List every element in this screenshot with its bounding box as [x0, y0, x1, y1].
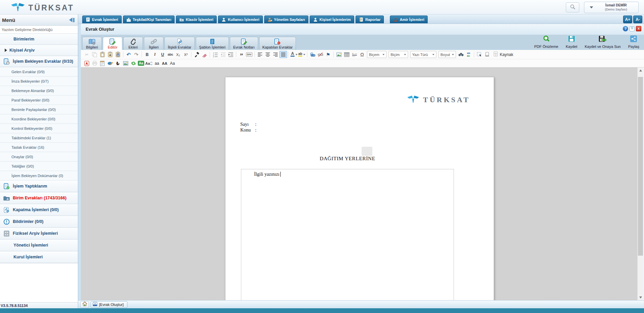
insert-table-icon[interactable]	[343, 51, 350, 58]
justify-icon[interactable]	[279, 51, 287, 58]
document-page[interactable]: TÜRKSAT Sayı : Konu : DAĞITIM YERLERİNE …	[225, 77, 494, 300]
undo-icon[interactable]: ↶	[125, 51, 132, 58]
styles-dropdown[interactable]: Biçem	[367, 51, 387, 58]
tab-evrak-notlari[interactable]: Evrak Notları	[230, 37, 258, 50]
horizontal-line-icon[interactable]: A	[350, 51, 358, 58]
highlight-color-icon[interactable]: ab	[298, 51, 306, 58]
replace-icon[interactable]: abac	[465, 51, 472, 58]
case-box-icon[interactable]: Aa	[137, 60, 145, 67]
anchor-flag-icon[interactable]: ⚑	[324, 51, 332, 58]
pdf-export-icon[interactable]	[83, 60, 91, 67]
minimize-icon[interactable]	[630, 26, 635, 31]
tab-iliskili-evraklar[interactable]: İlişkili Evraklar	[164, 37, 195, 50]
tab-editor[interactable]: Editör	[103, 37, 122, 50]
document-body-frame[interactable]: İlgili yazınızı	[241, 169, 454, 300]
font-increase-button[interactable]: A+	[623, 16, 632, 23]
help-icon[interactable]: ?	[623, 26, 628, 31]
select-all-icon[interactable]	[476, 51, 483, 58]
sidebar-item-birimlerim[interactable]: Birimlerim	[0, 34, 78, 45]
sidebar-item-birim-evraklari[interactable]: Birim Evrakları (1743/3166)	[0, 192, 78, 204]
sidebar-item-kisisel-arsiv[interactable]: Kişisel Arşiv	[0, 45, 78, 56]
capitalize-icon[interactable]: Aa	[168, 60, 176, 67]
save-and-submit-button[interactable]: Kaydet ve Onaya Sun	[585, 35, 621, 49]
taskbar-item-evrak-olustur[interactable]: [Evrak Oluştur]	[91, 301, 127, 308]
sidebar-item-koordine-bekleyenler[interactable]: Koordine Bekleyenler (0/0)	[0, 114, 78, 124]
save-button[interactable]: Kaydet	[566, 35, 577, 49]
source-button[interactable]: <=></> Kaynak	[493, 51, 513, 58]
sidebar-item-beklemeye-alinanlar[interactable]: Beklemeye Alınanlar (0/0)	[0, 86, 78, 95]
sidebar-item-onaylar[interactable]: Onaylar (0/0)	[0, 152, 78, 162]
home-button[interactable]	[80, 301, 89, 308]
image-tool-icon[interactable]	[122, 60, 129, 67]
find-icon[interactable]	[457, 51, 465, 58]
print-icon[interactable]	[91, 60, 98, 67]
sidebar-item-kurul-islemleri[interactable]: Kurul İşlemleri	[0, 251, 78, 263]
underline-icon[interactable]: U	[159, 51, 166, 58]
redo-icon[interactable]: ↷	[132, 51, 140, 58]
decrease-indent-icon[interactable]	[219, 51, 227, 58]
paste-icon[interactable]	[98, 51, 106, 58]
sidebar-item-islem-bekleyen-dokumanlar[interactable]: İşlem Bekleyen Dokümanlar (0)	[0, 171, 78, 180]
sidebar-item-kontrol-bekleyenler[interactable]: Kontrol Bekleyenler (0/0)	[0, 124, 78, 133]
font-size-dropdown[interactable]: Boyut	[438, 51, 456, 58]
toggle-case-icon[interactable]: Aa	[145, 60, 153, 67]
insert-link-icon[interactable]	[309, 51, 316, 58]
insert-image-icon[interactable]	[335, 51, 343, 58]
sidebar-item-fiziksel-arsiv-islemleri[interactable]: Fiziksel Arşiv İşlemleri	[0, 228, 78, 239]
topnav-tab-klasor-islemleri[interactable]: Klasör İşlemleri	[176, 16, 217, 23]
close-icon[interactable]: X	[636, 26, 641, 31]
superscript-icon[interactable]: X²	[182, 51, 190, 58]
search-button[interactable]	[566, 2, 579, 12]
scroll-up-button[interactable]	[638, 67, 643, 73]
user-menu[interactable]: İsmail DEMİR (Demo Sayfası)	[584, 2, 639, 13]
sidebar-item-gelen-evraklar[interactable]: Gelen Evraklar (0/9)	[0, 67, 78, 77]
div-container-icon[interactable]: DIV	[245, 51, 253, 58]
strikethrough-icon[interactable]: abc	[166, 51, 174, 58]
align-center-icon[interactable]	[264, 51, 272, 58]
scroll-down-button[interactable]	[638, 294, 643, 300]
paste-plain-text-icon[interactable]: A	[106, 51, 114, 58]
uppercase-icon[interactable]: AA	[161, 60, 168, 67]
tab-ekleri[interactable]: Ekleri	[123, 37, 143, 50]
vertical-scrollbar[interactable]	[637, 67, 643, 300]
refresh-icon[interactable]	[129, 60, 137, 67]
sidebar-item-takibimdeki-evraklar[interactable]: Takibimdeki Evraklar (1)	[0, 133, 78, 143]
sidebar-item-benimle-paylasilanlar[interactable]: Benimle Paylaşılanlar (0/0)	[0, 105, 78, 114]
turkish-lira-icon[interactable]: ₺	[114, 60, 122, 67]
tab-sablon-islemleri[interactable]: Şablon İşlemleri	[196, 37, 229, 50]
remove-format-icon[interactable]	[201, 51, 208, 58]
increase-indent-icon[interactable]	[227, 51, 235, 58]
copy-icon[interactable]	[91, 51, 98, 58]
topnav-tab-yonetim-sayfalari[interactable]: Yönetim Sayfaları	[264, 16, 308, 23]
italic-icon[interactable]: I	[151, 51, 159, 58]
topnav-tab-evrak-islemleri[interactable]: Evrak İşlemleri	[82, 16, 122, 23]
share-button[interactable]: Paylaş	[628, 35, 639, 49]
tab-bilgileri[interactable]: i Bilgileri	[82, 37, 102, 50]
tab-kapatilan-evraklar[interactable]: Kapatılan Evraklar	[259, 37, 296, 50]
cut-icon[interactable]: ✂	[83, 51, 91, 58]
bold-icon[interactable]: B	[143, 51, 151, 58]
align-left-icon[interactable]	[256, 51, 264, 58]
sidebar-item-kapatma-islemleri[interactable]: Kapatma İşlemleri (0/0)	[0, 204, 78, 216]
topnav-tab-teskilat-kisi-tanimlari[interactable]: Teşkilat/Kişi Tanımları	[123, 16, 175, 23]
topnav-tab-kullanici-islemleri[interactable]: Kullanıcı İşlemleri	[218, 16, 263, 23]
sidebar-item-imza-bekleyenler[interactable]: İmza Bekleyenler (0/7)	[0, 77, 78, 86]
text-color-icon[interactable]: A	[290, 51, 298, 58]
pdf-preview-button[interactable]: PDF Önizleme	[534, 35, 558, 49]
sidebar-item-islem-yaptiklarim[interactable]: İşlem Yaptıklarım	[0, 180, 78, 192]
sidebar-item-taslak-evraklar[interactable]: Taslak Evraklar (16)	[0, 143, 78, 152]
sidebar-item-tebligler[interactable]: Tebliğler (0/0)	[0, 162, 78, 171]
numbered-list-icon[interactable]: 123	[211, 51, 219, 58]
remove-link-icon[interactable]	[316, 51, 324, 58]
blockquote-icon[interactable]: ”	[238, 51, 245, 58]
topnav-tab-kisisel-islemlerim[interactable]: Kişisel İşlemlerim	[310, 16, 354, 23]
font-decrease-button[interactable]: A-	[633, 16, 642, 23]
collapse-sidebar-icon[interactable]	[69, 18, 74, 22]
copy-formatting-icon[interactable]	[193, 51, 201, 58]
format-dropdown[interactable]: Biçim	[389, 51, 408, 58]
maximize-icon[interactable]	[483, 51, 491, 58]
paste-from-word-icon[interactable]: W	[114, 51, 122, 58]
special-character-icon[interactable]: Ω	[358, 51, 366, 58]
tab-ilgileri[interactable]: İlgileri	[144, 37, 163, 50]
sidebar-item-islem-bekleyen-evraklar[interactable]: İşlem Bekleyen Evraklar (0/33)	[0, 56, 78, 67]
